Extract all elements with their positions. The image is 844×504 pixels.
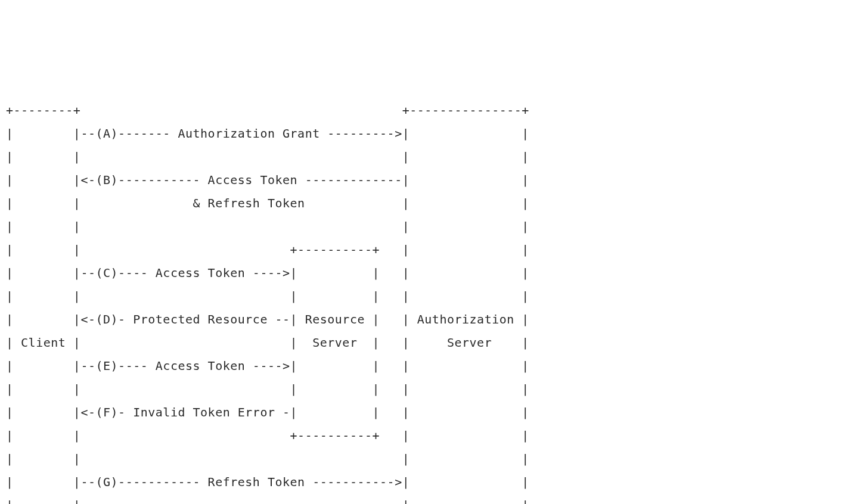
oauth-refresh-token-ascii-diagram: +--------+ +---------------+ | |--(A)---… <box>6 99 838 504</box>
